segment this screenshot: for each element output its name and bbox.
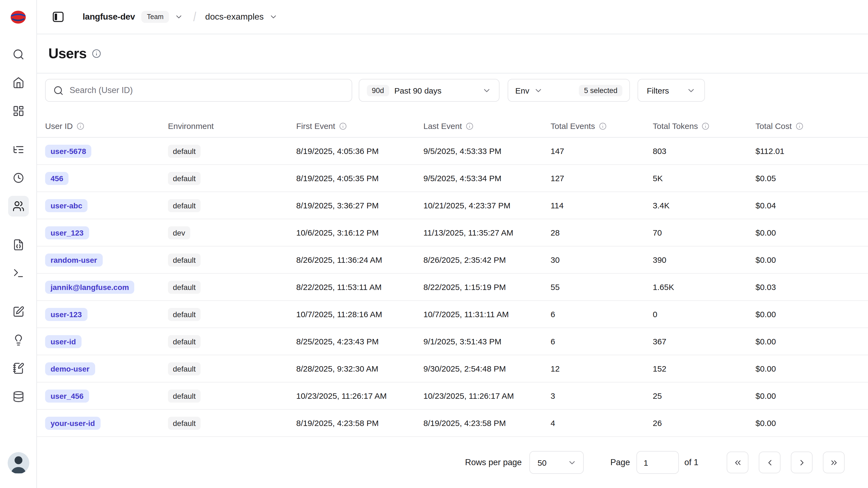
first-event-cell: 10/6/2025, 3:16:12 PM xyxy=(296,228,424,237)
table-row[interactable]: your-user-id default 8/19/2025, 4:23:58 … xyxy=(37,410,868,437)
search-icon xyxy=(12,49,24,60)
user-id-link[interactable]: user-123 xyxy=(45,308,87,321)
workspace-switcher-button[interactable] xyxy=(172,10,185,23)
page-title-row: Users xyxy=(37,34,868,74)
chevron-down-icon xyxy=(534,86,543,95)
page-label: Page xyxy=(610,458,630,467)
panel-left-icon xyxy=(52,10,65,23)
date-shortcut-badge: 90d xyxy=(367,85,389,96)
table-row[interactable]: user-5678 default 8/19/2025, 4:05:36 PM … xyxy=(37,138,868,165)
sidebar-item-insights[interactable] xyxy=(8,330,29,350)
sidebar-item-search[interactable] xyxy=(8,44,29,65)
sidebar-item-annotations[interactable] xyxy=(8,358,29,379)
total-events-cell: 55 xyxy=(551,282,653,292)
column-header-environment[interactable]: Environment xyxy=(168,121,296,131)
workspace-name: langfuse-dev xyxy=(83,12,135,22)
first-page-button[interactable] xyxy=(727,452,748,473)
total-tokens-cell: 390 xyxy=(653,255,755,264)
env-selected-badge: 5 selected xyxy=(579,85,622,96)
environment-badge: default xyxy=(168,172,200,185)
previous-page-button[interactable] xyxy=(759,452,780,473)
table-row[interactable]: user-id default 8/25/2025, 4:23:43 PM 9/… xyxy=(37,328,868,355)
total-tokens-cell: 26 xyxy=(653,419,755,428)
env-label: Env xyxy=(515,86,529,95)
user-id-link[interactable]: demo-user xyxy=(45,362,95,375)
total-tokens-cell: 0 xyxy=(653,310,755,319)
filters-button[interactable]: Filters xyxy=(638,79,705,102)
langfuse-logo xyxy=(8,7,28,27)
total-tokens-cell: 5K xyxy=(653,174,755,183)
total-events-cell: 114 xyxy=(551,201,653,210)
column-header-user-id[interactable]: User ID xyxy=(45,121,168,131)
total-cost-cell: $0.00 xyxy=(755,255,852,264)
sidebar-item-users[interactable] xyxy=(8,196,29,217)
column-header-first-event[interactable]: First Event xyxy=(296,121,424,131)
sidebar-item-home[interactable] xyxy=(8,73,29,93)
user-id-link[interactable]: user-id xyxy=(45,335,81,348)
rows-per-page-select[interactable]: 50 xyxy=(529,451,584,474)
column-header-total-cost[interactable]: Total Cost xyxy=(755,121,852,131)
total-tokens-cell: 152 xyxy=(653,364,755,373)
sidebar-toggle-button[interactable] xyxy=(49,8,67,26)
user-id-link[interactable]: random-user xyxy=(45,253,102,266)
sidebar-item-playground[interactable] xyxy=(8,263,29,283)
chevrons-right-icon xyxy=(829,458,838,467)
table-row[interactable]: random-user default 8/26/2025, 11:36:24 … xyxy=(37,247,868,274)
tracing-icon xyxy=(12,144,24,155)
total-events-cell: 127 xyxy=(551,174,653,183)
app-root: langfuse-dev Team / docs-examples Users xyxy=(0,0,868,488)
total-cost-cell: $0.00 xyxy=(755,419,852,428)
total-events-cell: 4 xyxy=(551,419,653,428)
date-range-button[interactable]: 90d Past 90 days xyxy=(359,79,499,102)
user-id-link[interactable]: user_123 xyxy=(45,226,89,239)
sidebar-item-dashboards[interactable] xyxy=(8,101,29,121)
project-switcher-button[interactable] xyxy=(267,10,280,23)
user-id-link[interactable]: 456 xyxy=(45,172,69,185)
table-row[interactable]: user-123 default 10/7/2025, 11:28:16 AM … xyxy=(37,301,868,328)
sidebar-item-evaluations[interactable] xyxy=(8,302,29,322)
search-input[interactable] xyxy=(69,85,345,95)
evaluations-icon xyxy=(12,306,24,318)
first-event-cell: 8/25/2025, 4:23:43 PM xyxy=(296,337,424,346)
total-cost-cell: $112.01 xyxy=(755,146,852,155)
main-content: langfuse-dev Team / docs-examples Users xyxy=(37,0,868,488)
total-tokens-cell: 3.4K xyxy=(653,201,755,210)
table-row[interactable]: jannik@langfuse.com default 8/22/2025, 1… xyxy=(37,274,868,301)
user-id-link[interactable]: user_456 xyxy=(45,389,89,402)
workspace-type-badge: Team xyxy=(142,11,169,23)
user-avatar[interactable] xyxy=(7,452,29,474)
sessions-icon xyxy=(12,172,24,184)
page-info-icon[interactable] xyxy=(92,49,101,58)
search-icon xyxy=(53,85,64,95)
table-row[interactable]: user_456 default 10/23/2025, 11:26:17 AM… xyxy=(37,382,868,410)
column-header-total-events[interactable]: Total Events xyxy=(551,121,653,131)
page-number-input[interactable] xyxy=(637,451,679,474)
column-header-last-event[interactable]: Last Event xyxy=(424,121,551,131)
pagination-controls xyxy=(727,452,845,473)
sidebar-item-sessions[interactable] xyxy=(8,168,29,188)
next-page-button[interactable] xyxy=(791,452,812,473)
table-row[interactable]: user_123 dev 10/6/2025, 3:16:12 PM 11/13… xyxy=(37,219,868,247)
chevron-right-icon xyxy=(797,458,806,467)
sidebar-nav xyxy=(8,44,29,414)
chevron-down-icon xyxy=(269,12,278,21)
user-id-link[interactable]: user-5678 xyxy=(45,144,92,157)
last-event-cell: 9/5/2025, 4:53:34 PM xyxy=(424,174,551,183)
info-icon xyxy=(92,49,101,58)
user-id-link[interactable]: your-user-id xyxy=(45,417,100,430)
table-row[interactable]: 456 default 8/19/2025, 4:05:35 PM 9/5/20… xyxy=(37,165,868,192)
user-id-link[interactable]: jannik@langfuse.com xyxy=(45,281,134,293)
user-id-link[interactable]: user-abc xyxy=(45,199,88,212)
sidebar-item-tracing[interactable] xyxy=(8,139,29,160)
last-page-button[interactable] xyxy=(823,452,845,473)
table-row[interactable]: user-abc default 8/19/2025, 3:36:27 PM 1… xyxy=(37,192,868,219)
sidebar-item-datasets[interactable] xyxy=(8,386,29,407)
env-filter-button[interactable]: Env 5 selected xyxy=(508,79,630,102)
chevron-down-icon xyxy=(482,86,491,95)
sidebar-item-prompts[interactable] xyxy=(8,234,29,255)
first-event-cell: 8/19/2025, 3:36:27 PM xyxy=(296,201,424,210)
column-header-total-tokens[interactable]: Total Tokens xyxy=(653,121,755,131)
chevron-down-icon xyxy=(175,12,183,21)
table-row[interactable]: demo-user default 8/28/2025, 9:32:30 AM … xyxy=(37,355,868,382)
search-box xyxy=(45,79,352,102)
